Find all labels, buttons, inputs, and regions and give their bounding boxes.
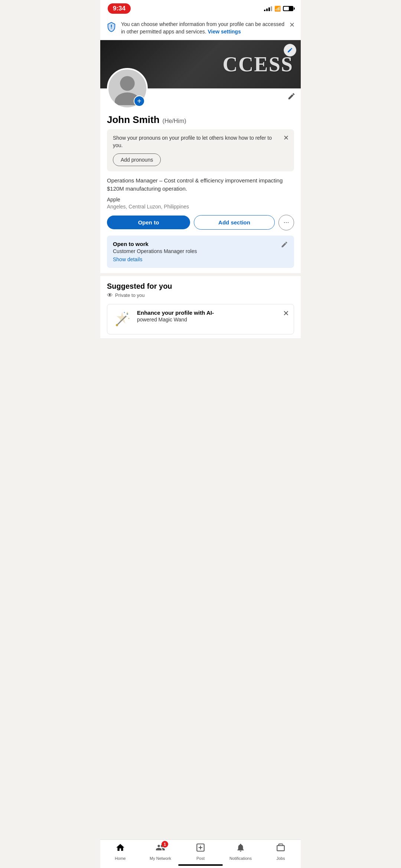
add-pronouns-button[interactable]: Add pronouns: [113, 153, 161, 166]
eye-icon: 👁: [107, 292, 113, 299]
section-divider: [100, 273, 301, 276]
profile-cover-section: CCESS + John Smith: [100, 40, 301, 273]
pronouns-banner-text: Show your pronouns on your profile to le…: [113, 135, 288, 149]
svg-marker-4: [117, 312, 128, 324]
ai-card-subtitle: powered Magic Wand: [137, 317, 288, 323]
more-options-button[interactable]: ···: [278, 215, 294, 230]
profile-edit-button[interactable]: [287, 92, 296, 103]
svg-point-6: [116, 324, 118, 326]
show-details-link[interactable]: Show details: [113, 256, 142, 262]
close-pronouns-banner-button[interactable]: ✕: [283, 134, 289, 142]
status-time: 9:34: [108, 3, 131, 14]
svg-point-1: [111, 27, 112, 28]
open-to-work-content: Open to work Customer Operations Manager…: [113, 241, 197, 263]
svg-point-8: [128, 318, 130, 319]
status-icons: 📶: [264, 6, 293, 12]
close-banner-button[interactable]: ✕: [289, 21, 295, 29]
cover-edit-button[interactable]: [284, 44, 296, 56]
open-to-work-role: Customer Operations Manager roles: [113, 248, 197, 254]
svg-point-2: [120, 76, 135, 91]
profile-pronouns: (He/Him): [163, 118, 186, 124]
pronouns-banner: Show your pronouns on your profile to le…: [107, 129, 294, 171]
ai-card-content: Enhance your profile with AI- powered Ma…: [137, 310, 288, 323]
profile-info: John Smith (He/Him) Show your pronouns o…: [100, 109, 301, 273]
magic-wand-icon: [113, 310, 133, 329]
ai-card-title: Enhance your profile with AI-: [137, 310, 288, 316]
add-section-button[interactable]: Add section: [194, 215, 275, 230]
avatar-add-button[interactable]: +: [134, 95, 145, 107]
suggested-subtitle-text: Private to you: [115, 292, 145, 298]
profile-company: Apple: [107, 197, 294, 203]
suggested-title: Suggested for you: [107, 282, 294, 291]
action-buttons: Open to Add section ···: [107, 215, 294, 230]
svg-point-9: [124, 312, 125, 313]
profile-name: John Smith: [107, 114, 160, 126]
open-to-button[interactable]: Open to: [107, 216, 190, 229]
open-to-work-title: Open to work: [113, 241, 197, 247]
info-banner: You can choose whether information from …: [100, 16, 301, 40]
shield-icon: [106, 22, 117, 32]
battery-icon: [283, 6, 293, 11]
ai-enhance-card: Enhance your profile with AI- powered Ma…: [107, 304, 294, 334]
open-to-work-card: Open to work Customer Operations Manager…: [107, 236, 294, 268]
signal-bars-icon: [264, 6, 272, 11]
profile-headline: Operations Manager – Cost control & effi…: [107, 176, 294, 193]
open-to-work-edit-button[interactable]: [281, 241, 288, 250]
avatar-container: +: [107, 68, 148, 109]
profile-location: Angeles, Central Luzon, Philippines: [107, 204, 294, 210]
more-dots-icon: ···: [283, 218, 289, 226]
status-bar: 9:34 📶: [100, 0, 301, 16]
view-settings-link[interactable]: View settings: [208, 29, 241, 35]
suggested-section: Suggested for you 👁 Private to you: [100, 276, 301, 338]
info-banner-text: You can choose whether information from …: [121, 21, 285, 35]
close-ai-card-button[interactable]: ✕: [283, 309, 289, 318]
wifi-icon: 📶: [274, 6, 281, 12]
suggested-subtitle: 👁 Private to you: [107, 292, 294, 299]
profile-name-row: John Smith (He/Him): [107, 114, 294, 126]
